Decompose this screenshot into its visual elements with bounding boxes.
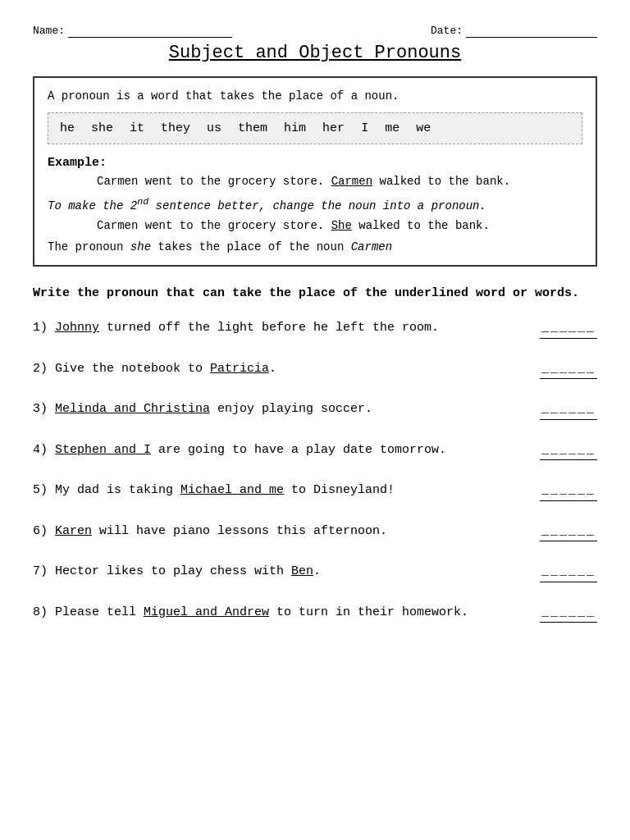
example-sentence-1: Carmen went to the grocery store. Carmen…	[97, 175, 582, 188]
directions: Write the pronoun that can take the plac…	[33, 285, 597, 304]
question-8-text: 8) Please tell Miguel and Andrew to turn…	[33, 604, 540, 623]
example-underlined-carmen: Carmen	[331, 175, 372, 188]
page-title: Subject and Object Pronouns	[33, 43, 597, 63]
date-field: Date:	[431, 25, 597, 38]
q2-blank[interactable]: ______	[540, 360, 597, 380]
q1-blank[interactable]: ______	[540, 319, 597, 339]
pronoun-her: her	[322, 121, 345, 135]
header-row: Name: Date:	[33, 25, 597, 38]
pronoun-we: we	[416, 121, 431, 135]
example-underlined-she: She	[331, 219, 352, 232]
question-4-text: 4) Stephen and I are going to have a pla…	[33, 441, 540, 460]
question-2-text: 2) Give the notebook to Patricia.	[33, 360, 540, 379]
question-1-text: 1) Johnny turned off the light before he…	[33, 319, 540, 338]
date-label: Date:	[431, 25, 463, 37]
q4-blank[interactable]: ______	[540, 441, 597, 461]
question-7-text: 7) Hector likes to play chess with Ben.	[33, 563, 540, 582]
q6-blank[interactable]: ______	[540, 523, 597, 542]
pronoun-me: me	[385, 121, 399, 135]
question-item: 6) Karen will have piano lessons this af…	[33, 523, 597, 542]
q1-underlined: Johnny	[55, 321, 99, 335]
pronoun-us: us	[207, 121, 221, 135]
date-blank	[466, 25, 597, 38]
info-box: A pronoun is a word that takes the place…	[33, 76, 597, 267]
q6-underlined: Karen	[55, 524, 92, 538]
pronoun-intro: A pronoun is a word that takes the place…	[48, 89, 582, 103]
q8-underlined: Miguel and Andrew	[144, 605, 269, 619]
q3-blank[interactable]: ______	[540, 400, 597, 420]
q7-underlined: Ben	[291, 564, 313, 578]
question-item: 4) Stephen and I are going to have a pla…	[33, 441, 597, 461]
question-list: 1) Johnny turned off the light before he…	[33, 319, 597, 623]
q5-blank[interactable]: ______	[540, 482, 597, 501]
question-item: 7) Hector likes to play chess with Ben. …	[33, 563, 597, 582]
q8-blank[interactable]: ______	[540, 604, 597, 623]
question-item: 2) Give the notebook to Patricia. ______	[33, 360, 597, 380]
pronoun-note: The pronoun she takes the place of the n…	[48, 240, 582, 253]
question-6-text: 6) Karen will have piano lessons this af…	[33, 523, 540, 541]
name-blank	[68, 25, 232, 38]
pronoun-him: him	[284, 121, 306, 135]
pronoun-he: he	[60, 121, 75, 135]
question-item: 5) My dad is taking Michael and me to Di…	[33, 482, 597, 501]
question-3-text: 3) Melinda and Christina enjoy playing s…	[33, 400, 540, 419]
pronoun-list-box: he she it they us them him her I me we	[48, 112, 582, 144]
pronoun-she: she	[91, 121, 113, 135]
pronoun-it: it	[130, 121, 144, 135]
q3-underlined: Melinda and Christina	[55, 402, 210, 416]
q7-blank[interactable]: ______	[540, 563, 597, 582]
question-item: 1) Johnny turned off the light before he…	[33, 319, 597, 339]
question-item: 8) Please tell Miguel and Andrew to turn…	[33, 604, 597, 623]
q4-underlined: Stephen and I	[55, 443, 151, 457]
pronoun-they: they	[161, 121, 190, 135]
q2-underlined: Patricia	[210, 362, 269, 376]
question-5-text: 5) My dad is taking Michael and me to Di…	[33, 482, 540, 500]
question-item: 3) Melinda and Christina enjoy playing s…	[33, 400, 597, 420]
pronoun-them: them	[238, 121, 267, 135]
italic-instruction: To make the 2nd sentence better, change …	[48, 196, 582, 212]
name-label: Name:	[33, 25, 65, 37]
name-field: Name:	[33, 25, 232, 38]
pronoun-I: I	[361, 121, 368, 135]
example-sentence-2: Carmen went to the grocery store. She wa…	[97, 219, 582, 232]
example-label: Example:	[48, 156, 582, 170]
q5-underlined: Michael and me	[180, 483, 284, 497]
